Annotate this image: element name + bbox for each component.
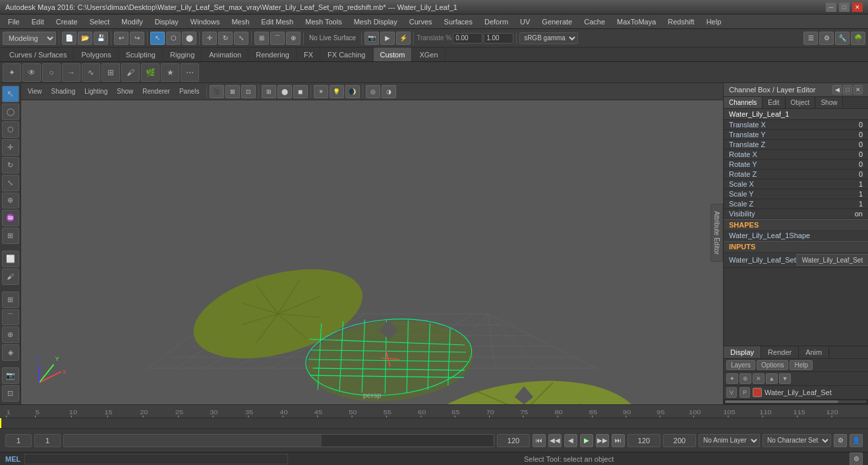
anim-layer-select[interactable]: No Anim Layer bbox=[699, 434, 760, 447]
max-time-start-field[interactable] bbox=[627, 434, 660, 447]
attribute-editor-side-tab[interactable]: Attribute Editor bbox=[710, 203, 723, 261]
shelf-tab-xgen[interactable]: XGen bbox=[413, 47, 445, 61]
lasso-select-button[interactable]: ⬡ bbox=[166, 32, 181, 45]
shadow-btn[interactable]: 🌒 bbox=[345, 85, 360, 98]
maximize-button[interactable]: □ bbox=[839, 3, 850, 12]
channel-scale-z[interactable]: Scale Z 1 bbox=[724, 199, 868, 209]
smooth-btn[interactable]: ⬤ bbox=[277, 85, 292, 98]
input-dropdown[interactable]: Water_Lily_Leaf_Set bbox=[796, 254, 868, 266]
menu-surfaces[interactable]: Surfaces bbox=[439, 16, 478, 27]
new-with-sel-btn[interactable]: ⊕ bbox=[739, 373, 751, 384]
shelf-icon-xgen[interactable]: ✦ bbox=[3, 63, 21, 82]
channel-translate-z[interactable]: Translate Z 0 bbox=[724, 140, 868, 150]
channels-tab[interactable]: Channels bbox=[724, 97, 763, 108]
colorspace-dropdown[interactable]: sRGB gamma bbox=[519, 32, 578, 44]
lighting-menu[interactable]: Lighting bbox=[80, 87, 111, 96]
outliner-toggle[interactable]: 🌳 bbox=[851, 32, 865, 45]
snap-curve-side[interactable]: ⌒ bbox=[2, 309, 19, 326]
render-region-side[interactable]: ⊡ bbox=[2, 385, 19, 402]
render-button[interactable]: ▶ bbox=[380, 32, 395, 45]
timeline-ruler[interactable]: 1 5 10 15 20 25 30 35 40 bbox=[0, 405, 868, 418]
show-tab[interactable]: Show bbox=[815, 97, 843, 108]
show-menu[interactable]: Show bbox=[113, 87, 137, 96]
channel-rotate-z[interactable]: Rotate Z 0 bbox=[724, 170, 868, 179]
menu-file[interactable]: File bbox=[3, 16, 25, 27]
menu-edit[interactable]: Edit bbox=[26, 16, 49, 27]
go-to-end-btn[interactable]: ⏭ bbox=[612, 434, 625, 447]
prev-frame-btn[interactable]: ◀ bbox=[564, 434, 577, 447]
shelf-icon-leaf[interactable]: 🌿 bbox=[141, 63, 159, 82]
region-select-side[interactable]: ⬜ bbox=[2, 251, 19, 267]
menu-deform[interactable]: Deform bbox=[479, 16, 513, 27]
open-file-button[interactable]: 📂 bbox=[78, 32, 92, 45]
menu-display[interactable]: Display bbox=[150, 16, 184, 27]
panel-collapse-btn[interactable]: ◀ bbox=[832, 85, 842, 94]
ipr-button[interactable]: ⚡ bbox=[396, 32, 411, 45]
shelf-icon-brush[interactable]: 🖌 bbox=[121, 63, 140, 82]
channel-translate-y[interactable]: Translate Y 0 bbox=[724, 130, 868, 140]
shelf-icon-dots[interactable]: ⋯ bbox=[181, 63, 199, 82]
snap-curve-button[interactable]: ⌒ bbox=[270, 32, 285, 45]
translate-y-field[interactable] bbox=[484, 33, 513, 44]
save-file-button[interactable]: 💾 bbox=[94, 32, 108, 45]
current-frame-field[interactable] bbox=[5, 434, 32, 447]
cam-button[interactable]: 📷 bbox=[364, 32, 379, 45]
shelf-icon-curve[interactable]: ∿ bbox=[82, 63, 100, 82]
input-row[interactable]: Water_Lily_Leaf_Set Water_Lily_Leaf_Set bbox=[724, 253, 868, 268]
mode-dropdown[interactable]: Modeling Rigging Animation FX Rendering bbox=[3, 32, 56, 45]
select-tool-side[interactable]: ↖ bbox=[2, 86, 19, 102]
object-tab[interactable]: Object bbox=[786, 97, 816, 108]
paint-ops-side[interactable]: 🖌 bbox=[2, 268, 19, 285]
help-menu-btn[interactable]: Help bbox=[790, 360, 813, 370]
rotate-side[interactable]: ↻ bbox=[2, 157, 19, 173]
menu-edit-mesh[interactable]: Edit Mesh bbox=[256, 16, 299, 27]
layer-type-btn[interactable]: P bbox=[739, 387, 750, 398]
move-side[interactable]: ✛ bbox=[2, 139, 19, 156]
shelf-icon-circle[interactable]: ○ bbox=[42, 63, 61, 82]
range-end-field[interactable] bbox=[497, 434, 530, 447]
menu-redshift[interactable]: Redshift bbox=[662, 16, 699, 27]
shelf-tab-polygons[interactable]: Polygons bbox=[74, 47, 118, 61]
shelf-tab-rendering[interactable]: Rendering bbox=[249, 47, 297, 61]
channel-rotate-y[interactable]: Rotate Y 0 bbox=[724, 160, 868, 170]
shelf-tab-fx-caching[interactable]: FX Caching bbox=[321, 47, 372, 61]
menu-modify[interactable]: Modify bbox=[116, 16, 148, 27]
shelf-tab-animation[interactable]: Animation bbox=[202, 47, 248, 61]
menu-windows[interactable]: Windows bbox=[185, 16, 225, 27]
channel-translate-x[interactable]: Translate X 0 bbox=[724, 120, 868, 130]
scale-side[interactable]: ⤡ bbox=[2, 175, 19, 191]
snap-point-button[interactable]: ⊕ bbox=[286, 32, 301, 45]
lighting-btn2[interactable]: 💡 bbox=[330, 85, 344, 98]
channels-area[interactable]: Translate X 0 Translate Y 0 Translate Z … bbox=[724, 120, 868, 346]
new-file-button[interactable]: 📄 bbox=[62, 32, 76, 45]
menu-mesh-tools[interactable]: Mesh Tools bbox=[300, 16, 347, 27]
renderer-menu[interactable]: Renderer bbox=[138, 87, 174, 96]
lighting-btn1[interactable]: ☀ bbox=[314, 85, 328, 98]
rotate-tool-button[interactable]: ↻ bbox=[218, 32, 233, 45]
new-layer-btn[interactable]: ✦ bbox=[726, 373, 738, 384]
isolate-btn[interactable]: ◑ bbox=[382, 85, 396, 98]
play-fwd-btn[interactable]: ▶ bbox=[580, 434, 593, 447]
panel-detach-btn[interactable]: □ bbox=[843, 85, 852, 94]
channel-rotate-x[interactable]: Rotate X 0 bbox=[724, 150, 868, 160]
status-icon[interactable]: ⚙ bbox=[850, 452, 863, 466]
snap-point-side[interactable]: ⊕ bbox=[2, 326, 19, 343]
shape-name-row[interactable]: Water_Lily_Leaf_1Shape bbox=[724, 231, 868, 241]
panels-menu[interactable]: Panels bbox=[175, 87, 204, 96]
soft-mod-side[interactable]: ♒ bbox=[2, 210, 19, 226]
scale-tool-button[interactable]: ⤡ bbox=[234, 32, 248, 45]
channel-scale-y[interactable]: Scale Y 1 bbox=[724, 189, 868, 199]
layer-visibility-btn[interactable]: V bbox=[726, 387, 737, 398]
edit-tab[interactable]: Edit bbox=[763, 97, 785, 108]
snap-grid-side[interactable]: ⊞ bbox=[2, 292, 19, 308]
channel-scale-x[interactable]: Scale X 1 bbox=[724, 179, 868, 189]
step-back-btn[interactable]: ◀◀ bbox=[548, 434, 562, 447]
channel-visibility[interactable]: Visibility on bbox=[724, 209, 868, 219]
delete-layer-btn[interactable]: ✕ bbox=[753, 373, 765, 384]
xray-btn[interactable]: ◎ bbox=[366, 85, 380, 98]
cam-view-btn[interactable]: 🎥 bbox=[210, 85, 224, 98]
layers-menu-btn[interactable]: Layers bbox=[726, 360, 755, 370]
menu-cache[interactable]: Cache bbox=[579, 16, 610, 27]
shading-menu[interactable]: Shading bbox=[47, 87, 80, 96]
menu-mesh-display[interactable]: Mesh Display bbox=[349, 16, 403, 27]
